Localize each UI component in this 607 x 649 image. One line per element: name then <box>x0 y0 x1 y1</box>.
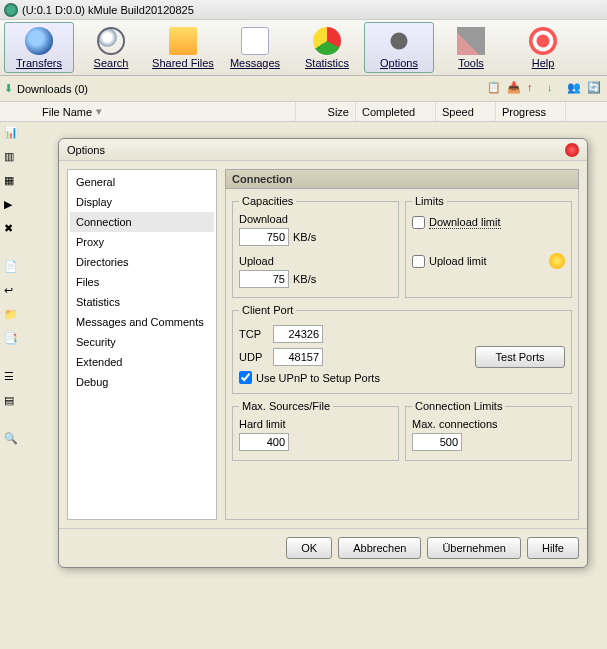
toolbar-options[interactable]: Options <box>364 22 434 73</box>
maxconn-label: Max. connections <box>412 418 565 430</box>
side-toolbar: 📊 ▥ ▦ ▶ ✖ 📄 ↩ 📁 📑 ☰ ▤ 🔍 <box>0 122 24 642</box>
dialog-buttons: OK Abbrechen Übernehmen Hilfe <box>59 528 587 567</box>
toolbar-search[interactable]: Search <box>76 22 146 73</box>
stats-icon <box>313 27 341 55</box>
download-input[interactable] <box>239 228 289 246</box>
cat-extended[interactable]: Extended <box>70 352 214 372</box>
toolbar-label: Search <box>94 57 129 69</box>
users-icon[interactable]: 👥 <box>567 81 583 97</box>
globe-icon <box>25 27 53 55</box>
cat-display[interactable]: Display <box>70 192 214 212</box>
hardlimit-input[interactable] <box>239 433 289 451</box>
col-filename[interactable]: File Name ▾ <box>36 102 296 121</box>
cancel-button[interactable]: Abbrechen <box>338 537 421 559</box>
main-toolbar: Transfers Search Shared Files Messages S… <box>0 20 607 76</box>
side-icon[interactable]: ▥ <box>4 150 20 166</box>
col-completed[interactable]: Completed <box>356 102 436 121</box>
upload-label: Upload <box>239 255 392 267</box>
side-icon[interactable]: ▦ <box>4 174 20 190</box>
settings-panel: Connection Capacities Download KB/s Uplo… <box>225 169 579 520</box>
up-arrow-icon[interactable]: ↑ <box>527 81 543 97</box>
upload-input[interactable] <box>239 270 289 288</box>
col-speed[interactable]: Speed <box>436 102 496 121</box>
clientport-group: Client Port TCP UDP Test Ports Use UPnP … <box>232 304 572 394</box>
dialog-titlebar: Options <box>59 139 587 161</box>
side-icon[interactable]: ✖ <box>4 222 20 238</box>
toolbar-tools[interactable]: Tools <box>436 22 506 73</box>
tcp-label: TCP <box>239 328 269 340</box>
side-icon[interactable]: 📄 <box>4 260 20 276</box>
titlebar: (U:0.1 D:0.0) kMule Build20120825 <box>0 0 607 20</box>
download-limit-checkbox[interactable] <box>412 216 425 229</box>
help-icon <box>529 27 557 55</box>
upload-limit-checkbox[interactable] <box>412 255 425 268</box>
cat-proxy[interactable]: Proxy <box>70 232 214 252</box>
side-icon[interactable]: 📑 <box>4 332 20 348</box>
down-arrow-icon[interactable]: ↓ <box>547 81 563 97</box>
gear-icon <box>385 27 413 55</box>
app-icon <box>4 3 18 17</box>
upnp-checkbox[interactable] <box>239 371 252 384</box>
capacities-legend: Capacities <box>239 195 296 207</box>
side-icon[interactable]: 🔍 <box>4 432 20 448</box>
help-button[interactable]: Hilfe <box>527 537 579 559</box>
toolbar-help[interactable]: Help <box>508 22 578 73</box>
category-list: General Display Connection Proxy Directo… <box>67 169 217 520</box>
ok-button[interactable]: OK <box>286 537 332 559</box>
cat-files[interactable]: Files <box>70 272 214 292</box>
capacities-group: Capacities Download KB/s Upload KB/s <box>232 195 399 298</box>
limits-group: Limits Download limit Upload limit <box>405 195 572 298</box>
cat-general[interactable]: General <box>70 172 214 192</box>
test-ports-button[interactable]: Test Ports <box>475 346 565 368</box>
sources-legend: Max. Sources/File <box>239 400 333 412</box>
col-progress[interactable]: Progress <box>496 102 566 121</box>
cat-connection[interactable]: Connection <box>70 212 214 232</box>
col-size[interactable]: Size <box>296 102 356 121</box>
hardlimit-label: Hard limit <box>239 418 392 430</box>
connlimits-group: Connection Limits Max. connections <box>405 400 572 461</box>
toolbar-label: Shared Files <box>152 57 214 69</box>
toolbar-statistics[interactable]: Statistics <box>292 22 362 73</box>
cat-directories[interactable]: Directories <box>70 252 214 272</box>
udp-label: UDP <box>239 351 269 363</box>
dialog-title: Options <box>67 144 105 156</box>
toolbar-messages[interactable]: Messages <box>220 22 290 73</box>
upload-limit-label: Upload limit <box>429 255 486 267</box>
view2-icon[interactable]: 📥 <box>507 81 523 97</box>
tcp-input[interactable] <box>273 325 323 343</box>
apply-button[interactable]: Übernehmen <box>427 537 521 559</box>
downloads-label: Downloads (0) <box>17 83 88 95</box>
view-icon[interactable]: 📋 <box>487 81 503 97</box>
side-icon[interactable]: 📁 <box>4 308 20 324</box>
smiley-icon <box>549 253 565 269</box>
column-headers: File Name ▾ Size Completed Speed Progres… <box>0 102 607 122</box>
cat-security[interactable]: Security <box>70 332 214 352</box>
cat-debug[interactable]: Debug <box>70 372 214 392</box>
side-icon[interactable]: ☰ <box>4 370 20 386</box>
toolbar-label: Tools <box>458 57 484 69</box>
cat-messages[interactable]: Messages and Comments <box>70 312 214 332</box>
toolbar-transfers[interactable]: Transfers <box>4 22 74 73</box>
connlimits-legend: Connection Limits <box>412 400 505 412</box>
side-icon[interactable]: ▶ <box>4 198 20 214</box>
close-icon[interactable] <box>565 143 579 157</box>
side-icon[interactable]: 📊 <box>4 126 20 142</box>
unit-label: KB/s <box>293 231 316 243</box>
options-dialog: Options General Display Connection Proxy… <box>58 138 588 568</box>
refresh-icon[interactable]: 🔄 <box>587 81 603 97</box>
side-icon[interactable]: ↩ <box>4 284 20 300</box>
toolbar-label: Help <box>532 57 555 69</box>
folder-icon <box>169 27 197 55</box>
window-title: (U:0.1 D:0.0) kMule Build20120825 <box>22 4 194 16</box>
download-limit-label: Download limit <box>429 216 501 229</box>
side-icon[interactable]: ▤ <box>4 394 20 410</box>
clientport-legend: Client Port <box>239 304 296 316</box>
messages-icon <box>241 27 269 55</box>
maxconn-input[interactable] <box>412 433 462 451</box>
search-icon <box>97 27 125 55</box>
tools-icon <box>457 27 485 55</box>
toolbar-shared-files[interactable]: Shared Files <box>148 22 218 73</box>
sub-toolbar: ⬇ Downloads (0) 📋 📥 ↑ ↓ 👥 🔄 <box>0 76 607 102</box>
cat-statistics[interactable]: Statistics <box>70 292 214 312</box>
udp-input[interactable] <box>273 348 323 366</box>
